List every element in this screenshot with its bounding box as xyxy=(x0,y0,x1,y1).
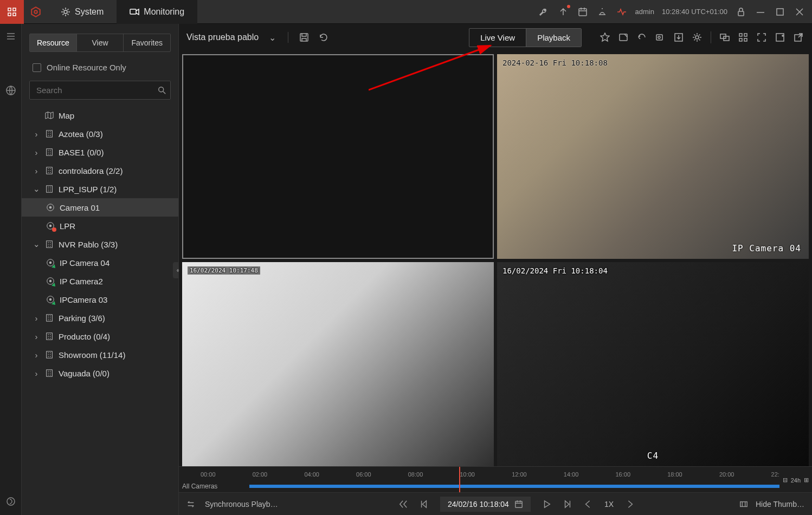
step-back-icon[interactable] xyxy=(420,500,428,509)
timeline-cursor[interactable] xyxy=(459,467,460,492)
download-icon[interactable] xyxy=(673,31,685,43)
settings-icon[interactable] xyxy=(691,31,703,43)
main-area: Vista prueba pablo ⌄ Live View Playback xyxy=(179,24,812,515)
user-label: admin xyxy=(635,8,654,16)
tree-nvr-pablo[interactable]: ⌄ NVR Pablo (3/3) xyxy=(22,235,178,253)
calendar-picker-icon[interactable] xyxy=(514,500,523,509)
popout-icon[interactable] xyxy=(792,31,804,43)
live-view-button[interactable]: Live View xyxy=(469,29,526,47)
speed-up-icon[interactable] xyxy=(626,500,634,509)
feed-c-label: C4 xyxy=(647,451,659,461)
tree-controladora[interactable]: › controladora (2/2) xyxy=(22,161,178,180)
window-minimize-icon[interactable] xyxy=(755,6,766,18)
tree-map[interactable]: Map xyxy=(22,106,178,125)
skip-back-icon[interactable] xyxy=(399,500,408,509)
sidebar-tab-resource[interactable]: Resource xyxy=(30,34,76,51)
record-icon[interactable] xyxy=(654,31,666,43)
timeline-zoom[interactable]: ⊟24h⊞ xyxy=(783,477,809,484)
tree-showroom[interactable]: › Showroom (11/14) xyxy=(22,345,178,364)
snapshot-icon[interactable] xyxy=(617,31,629,43)
view-name-label: Vista prueba pablo xyxy=(186,32,259,42)
speed-down-icon[interactable] xyxy=(584,500,592,509)
tree-ipcam03[interactable]: IPCamera 03 xyxy=(22,290,178,309)
title-bar: System Monitoring admin 10:28:40 UTC+01:… xyxy=(0,0,812,24)
refresh-icon[interactable] xyxy=(318,31,330,43)
sync-playback-label: Synchronous Playb… xyxy=(205,500,302,509)
online-only-label: Online Resource Only xyxy=(47,63,126,72)
video-cell-4[interactable]: 16/02/2024 Fri 10:18:04 C4 xyxy=(497,262,809,467)
playback-datetime[interactable]: 24/02/16 10:18:04 xyxy=(440,497,531,512)
svg-rect-25 xyxy=(740,501,747,506)
timeline-track-label: All Cameras xyxy=(182,483,217,490)
tree-camera01[interactable]: Camera 01 xyxy=(22,198,178,217)
video-grid: 2024-02-16 Fri 10:18:08 IP Camera 04 16/… xyxy=(179,51,812,466)
playback-bar: Synchronous Playb… 24/02/16 10:18:04 1X xyxy=(179,492,812,515)
video-cell-3[interactable]: 16/02/2024 10:17:48 xyxy=(182,262,494,467)
alarm-icon[interactable] xyxy=(596,6,608,18)
tree-azotea[interactable]: › Azotea (0/3) xyxy=(22,125,178,143)
app-logo-icon xyxy=(24,0,48,24)
thumbnail-icon[interactable] xyxy=(739,500,748,509)
sync-icon[interactable] xyxy=(186,500,195,509)
layout-icon[interactable] xyxy=(737,31,749,43)
rail-menu-icon[interactable] xyxy=(5,30,17,42)
auxscreen-icon[interactable] xyxy=(774,31,786,43)
video-cell-2[interactable]: 2024-02-16 Fri 10:18:08 IP Camera 04 xyxy=(497,54,809,259)
health-icon[interactable] xyxy=(616,6,628,18)
feed-b-timestamp: 16/02/2024 10:17:48 xyxy=(188,266,260,275)
tree-producto[interactable]: › Producto (0/4) xyxy=(22,327,178,345)
search-input[interactable] xyxy=(29,81,171,100)
multiscreen-icon[interactable] xyxy=(719,31,731,43)
online-only-checkbox[interactable]: Online Resource Only xyxy=(22,57,178,77)
resource-tree: Map › Azotea (0/3) › BASE1 (0/0) › contr… xyxy=(22,105,178,515)
app-menu-icon[interactable] xyxy=(0,0,24,24)
play-icon[interactable] xyxy=(543,500,551,509)
timeline-recorded-bar xyxy=(249,485,779,488)
tree-vaguada[interactable]: › Vaguada (0/0) xyxy=(22,364,178,382)
resource-sidebar: Resource View Favorites Online Resource … xyxy=(22,24,179,515)
view-dropdown-icon[interactable]: ⌄ xyxy=(266,31,278,43)
playback-button[interactable]: Playback xyxy=(526,29,581,47)
feed-c-timestamp: 16/02/2024 Fri 10:18:04 xyxy=(502,266,608,275)
timeline[interactable]: 00:0002:0004:00 06:0008:0010:00 12:0014:… xyxy=(179,466,812,492)
svg-point-14 xyxy=(34,10,37,14)
left-rail xyxy=(0,24,22,515)
tree-parking[interactable]: › Parking (3/6) xyxy=(22,309,178,327)
tree-base1[interactable]: › BASE1 (0/0) xyxy=(22,143,178,161)
lock-icon[interactable] xyxy=(735,6,747,18)
hide-thumb-label[interactable]: Hide Thumb… xyxy=(756,500,804,509)
calendar-icon[interactable] xyxy=(577,6,589,18)
svg-rect-17 xyxy=(620,34,627,41)
favorite-icon[interactable] xyxy=(599,31,611,43)
fullscreen-icon[interactable] xyxy=(756,31,768,43)
upload-icon[interactable] xyxy=(557,6,569,18)
tab-monitoring[interactable]: Monitoring xyxy=(117,0,197,24)
search-icon xyxy=(158,86,166,95)
tab-monitoring-label: Monitoring xyxy=(144,7,184,17)
playback-speed: 1X xyxy=(604,500,614,509)
rail-browser-icon[interactable] xyxy=(5,496,17,507)
tree-ipcam2[interactable]: IP Camera2 xyxy=(22,272,178,290)
main-toolbar: Vista prueba pablo ⌄ Live View Playback xyxy=(179,24,812,51)
sidebar-tab-favorites[interactable]: Favorites xyxy=(123,34,170,51)
rail-globe-icon[interactable] xyxy=(5,84,17,96)
tree-lpr-isup[interactable]: ⌄ LPR_ISUP (1/2) xyxy=(22,180,178,198)
tab-system-label: System xyxy=(75,7,104,17)
window-close-icon[interactable] xyxy=(794,6,805,18)
feed-a-label: IP Camera 04 xyxy=(732,243,801,253)
tree-lpr[interactable]: LPR xyxy=(22,217,178,235)
ptz-icon[interactable] xyxy=(636,31,648,43)
svg-point-16 xyxy=(159,87,164,92)
tab-system[interactable]: System xyxy=(48,0,117,24)
feed-a-timestamp: 2024-02-16 Fri 10:18:08 xyxy=(502,58,608,67)
save-icon[interactable] xyxy=(298,31,310,43)
tree-ipcam04[interactable]: IP Camera 04 xyxy=(22,253,178,272)
window-maximize-icon[interactable] xyxy=(774,6,786,18)
timeline-ticks: 00:0002:0004:00 06:0008:0010:00 12:0014:… xyxy=(201,467,779,481)
video-cell-1[interactable] xyxy=(182,54,494,259)
step-forward-icon[interactable] xyxy=(563,500,572,509)
svg-point-19 xyxy=(658,36,660,38)
svg-rect-18 xyxy=(656,35,662,40)
sidebar-tab-view[interactable]: View xyxy=(76,34,124,51)
tools-icon[interactable] xyxy=(538,6,550,18)
